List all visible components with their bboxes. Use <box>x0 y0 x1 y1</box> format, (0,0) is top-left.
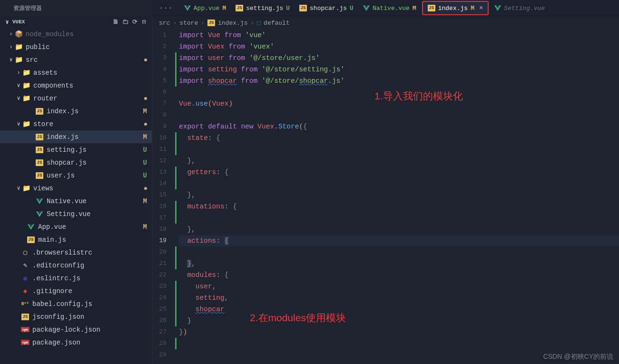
tab-index-js[interactable]: JSindex.jsM× <box>422 1 489 15</box>
breadcrumb-segment[interactable]: src <box>159 20 170 27</box>
refresh-icon[interactable]: ⟳ <box>131 18 138 26</box>
tab-App-vue[interactable]: App.vueM <box>179 0 231 16</box>
file-icon: JS <box>35 108 44 115</box>
tree-item-Native-vue[interactable]: Native.vueM <box>0 195 152 207</box>
tab-label: Native.vue <box>373 5 410 12</box>
file-icon: ◉ <box>21 274 29 282</box>
tree-item--gitignore[interactable]: ◆.gitignore <box>0 285 152 297</box>
file-icon: JS <box>21 314 29 320</box>
tree-label: jsconfig.json <box>32 313 147 321</box>
tree-label: views <box>33 185 144 192</box>
breadcrumb-segment[interactable]: store <box>179 20 198 27</box>
tree-label: package.json <box>32 339 147 346</box>
tree-label: Setting.vue <box>47 210 147 218</box>
tree-item-store[interactable]: ∨📁store <box>0 118 152 130</box>
chevron-icon[interactable]: ∨ <box>15 95 22 102</box>
new-folder-icon[interactable]: 🗀 <box>121 18 129 26</box>
tree-label: .gitignore <box>32 287 147 295</box>
tab-label: Setting.vue <box>504 5 545 12</box>
tree-item-babel-config-js[interactable]: Bᵃᵇbabel.config.js <box>0 297 152 310</box>
tab-setting-js[interactable]: JSsetting.jsU <box>231 0 295 16</box>
tree-item-user-js[interactable]: JSuser.jsU <box>0 169 152 182</box>
tree-item-components[interactable]: ∨📁components <box>0 79 152 92</box>
file-icon: ✎ <box>21 261 29 269</box>
breadcrumb-segment[interactable]: default <box>264 20 290 27</box>
file-icon: 📁 <box>22 184 30 192</box>
collapse-icon[interactable]: ⊟ <box>140 18 148 26</box>
file-icon: npm <box>21 340 29 345</box>
tree-item-src[interactable]: ∨📁src <box>0 53 152 66</box>
editor-tabs: ··· App.vueMJSsetting.jsUJSshopcar.jsUNa… <box>152 0 619 16</box>
breadcrumb[interactable]: src›store›JSindex.js›⬚default <box>152 16 619 30</box>
file-icon: JS <box>35 147 44 153</box>
chevron-icon[interactable]: ∨ <box>8 56 14 63</box>
file-tree: ›📦node_modules›📁public∨📁src›📁assets∨📁com… <box>0 28 152 349</box>
tree-item-shopcar-js[interactable]: JSshopcar.jsU <box>0 156 152 169</box>
line-numbers: 1234567891011121314151617181920212223242… <box>152 30 175 364</box>
tree-item-router[interactable]: ∨📁router <box>0 92 152 105</box>
tab-Setting-vue[interactable]: Setting.vue <box>490 0 550 16</box>
tree-label: shopcar.js <box>47 159 143 167</box>
tab-label: setting.js <box>246 5 283 12</box>
tab-Native-vue[interactable]: Native.vueM <box>358 0 421 16</box>
code-content[interactable]: import Vue from 'vue'import Vuex from 'v… <box>179 30 619 364</box>
tree-item--browserslistrc[interactable]: ◯.browserslistrc <box>0 246 152 259</box>
chevron-icon[interactable]: › <box>8 44 14 50</box>
tree-item-index-js[interactable]: JSindex.jsM <box>0 105 152 118</box>
file-icon: 📁 <box>22 81 30 89</box>
tree-label: public <box>26 43 147 51</box>
tree-item-main-js[interactable]: JSmain.js <box>0 233 152 246</box>
file-icon: JS <box>27 236 35 243</box>
tree-item-assets[interactable]: ›📁assets <box>0 66 152 79</box>
tree-label: node_modules <box>26 30 147 38</box>
tab-shopcar-js[interactable]: JSshopcar.jsU <box>295 0 358 16</box>
tree-label: router <box>33 95 144 102</box>
explorer-header[interactable]: ∨ VUEX 🗎 🗀 ⟳ ⊟ <box>0 16 152 28</box>
tree-item-node_modules[interactable]: ›📦node_modules <box>0 28 152 40</box>
file-icon: JS <box>35 134 44 140</box>
tab-label: shopcar.js <box>310 5 347 12</box>
file-icon: JS <box>35 172 44 179</box>
file-icon: 📁 <box>22 120 30 128</box>
tree-label: src <box>26 56 144 64</box>
tree-label: store <box>33 120 144 128</box>
tree-label: package-lock.json <box>32 326 147 334</box>
file-icon: JS <box>35 159 44 166</box>
chevron-icon[interactable]: ∨ <box>15 185 22 192</box>
tree-label: babel.config.js <box>32 300 147 308</box>
chevron-icon[interactable]: ∨ <box>15 82 22 89</box>
code-area[interactable]: 1234567891011121314151617181920212223242… <box>152 30 619 364</box>
tree-item-package-lock-json[interactable]: npmpackage-lock.json <box>0 323 152 336</box>
explorer-title: 资源管理器 <box>0 0 152 16</box>
file-icon: ◯ <box>21 248 29 256</box>
file-icon <box>27 224 35 230</box>
tree-item-setting-js[interactable]: JSsetting.jsU <box>0 143 152 156</box>
tree-label: main.js <box>38 236 147 244</box>
tree-item--editorconfig[interactable]: ✎.editorconfig <box>0 259 152 272</box>
tree-label: .eslintrc.js <box>32 275 147 282</box>
tree-item-jsconfig-json[interactable]: JSjsconfig.json <box>0 310 152 323</box>
tree-label: .browserslistrc <box>32 249 147 256</box>
file-icon: 📁 <box>22 69 30 77</box>
chevron-icon[interactable]: › <box>15 69 22 76</box>
tree-item-Setting-vue[interactable]: Setting.vue <box>0 207 152 220</box>
tree-item-App-vue[interactable]: App.vueM <box>0 220 152 233</box>
tree-item-index-js[interactable]: JSindex.jsM <box>0 130 152 143</box>
close-icon[interactable]: × <box>479 4 483 12</box>
breadcrumb-segment[interactable]: index.js <box>218 20 247 27</box>
file-icon: 📦 <box>14 30 23 38</box>
tree-label: App.vue <box>38 223 143 231</box>
tree-label: setting.js <box>47 146 143 154</box>
file-explorer: ∨ VUEX 🗎 🗀 ⟳ ⊟ ›📦node_modules›📁public∨📁s… <box>0 16 152 364</box>
tree-item-public[interactable]: ›📁public <box>0 40 152 53</box>
chevron-icon[interactable]: › <box>8 31 14 38</box>
tab-label: App.vue <box>194 5 220 12</box>
tab-label: index.js <box>438 5 468 12</box>
tree-item-views[interactable]: ∨📁views <box>0 182 152 195</box>
chevron-icon[interactable]: ∨ <box>15 120 22 128</box>
chevron-down-icon[interactable]: ∨ <box>4 19 10 26</box>
new-file-icon[interactable]: 🗎 <box>112 18 119 26</box>
tree-item--eslintrc-js[interactable]: ◉.eslintrc.js <box>0 272 152 285</box>
more-icon[interactable]: ··· <box>152 4 179 12</box>
tree-item-package-json[interactable]: npmpackage.json <box>0 336 152 349</box>
